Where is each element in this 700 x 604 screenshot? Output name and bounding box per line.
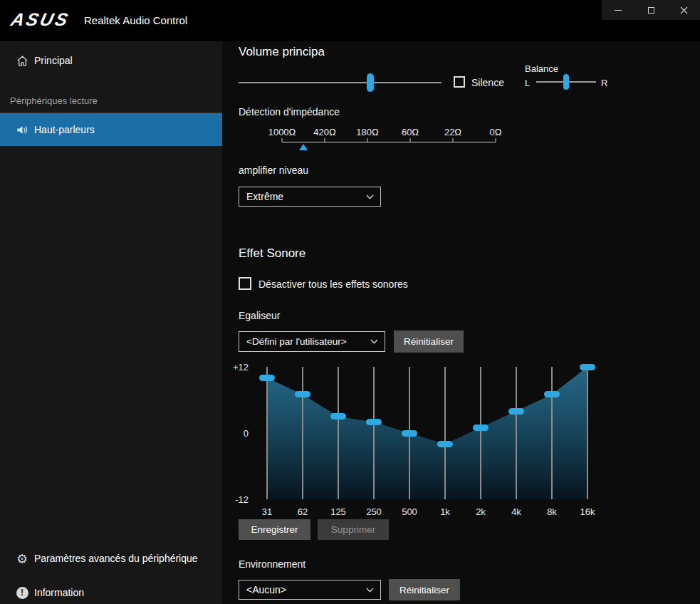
titlebar: ASUS Realtek Audio Control xyxy=(0,0,700,41)
impedance-scale-tick xyxy=(496,138,496,142)
sidebar-item-principal[interactable]: Principal xyxy=(0,46,222,76)
sidebar-item-information[interactable]: ! Information xyxy=(0,578,222,604)
eq-axis-label: 0 xyxy=(223,428,249,439)
volume-section-title: Volume principa xyxy=(239,45,325,59)
eq-slider-500[interactable] xyxy=(402,430,417,437)
eq-track-250[interactable] xyxy=(373,367,375,499)
equalizer-preset-value: <Défini par l'utilisateur> xyxy=(246,336,347,347)
eq-slider-125[interactable] xyxy=(330,413,346,420)
silence-checkbox[interactable] xyxy=(454,76,465,88)
save-button[interactable]: Enregistrer xyxy=(239,519,310,540)
amplifier-label: amplifier niveau xyxy=(239,165,308,176)
volume-slider-thumb[interactable] xyxy=(367,73,374,92)
info-icon-glyph: ! xyxy=(16,587,28,599)
close-icon xyxy=(680,6,688,14)
minimize-icon xyxy=(615,10,622,11)
asus-logo: ASUS xyxy=(9,9,72,30)
impedance-scale-label: 420Ω xyxy=(313,127,335,137)
eq-slider-31[interactable] xyxy=(259,375,275,381)
chevron-down-icon xyxy=(370,339,378,344)
eq-freq-label: 4k xyxy=(511,506,521,517)
disable-effects-checkbox[interactable] xyxy=(239,277,251,290)
eq-track-31[interactable] xyxy=(266,367,268,499)
sidebar-item-label: Principal xyxy=(34,55,73,66)
eq-freq-label: 1k xyxy=(440,506,450,517)
eq-track-62[interactable] xyxy=(302,367,303,499)
volume-slider-track[interactable] xyxy=(239,82,442,83)
main-content: Volume principa Silence Balance L R Déte… xyxy=(222,41,700,604)
sidebar-section-label: Périphériques lecture xyxy=(10,95,98,106)
eq-freq-label: 125 xyxy=(330,506,346,517)
environment-reset-button[interactable]: Réinitialiser xyxy=(389,579,460,600)
equalizer-label: Egaliseur xyxy=(239,310,280,321)
eq-freq-label: 2k xyxy=(476,506,486,517)
eq-slider-8k[interactable] xyxy=(544,391,560,397)
impedance-scale-label: 1000Ω xyxy=(268,127,296,137)
eq-freq-label: 8k xyxy=(547,506,557,517)
minimize-button[interactable] xyxy=(602,0,634,20)
close-button[interactable] xyxy=(667,0,700,20)
impedance-baseline xyxy=(282,142,496,142)
environment-dropdown[interactable]: <Aucun> xyxy=(239,580,381,600)
speaker-icon xyxy=(15,123,29,137)
environment-label: Environnement xyxy=(239,558,305,570)
eq-slider-62[interactable] xyxy=(295,391,310,397)
sidebar: Principal Périphériques lecture Haut-par… xyxy=(0,41,222,604)
gear-icon: ⚙ xyxy=(15,551,29,566)
eq-freq-label: 62 xyxy=(298,506,308,517)
eq-freq-label: 31 xyxy=(262,506,272,517)
eq-freq-label: 500 xyxy=(402,506,417,517)
eq-track-125[interactable] xyxy=(338,367,339,499)
balance-slider-thumb[interactable] xyxy=(563,74,569,90)
effects-section-title: Effet Sonore xyxy=(239,246,305,261)
equalizer-chart: 31621252505001k2k4k8k16k+120-12 xyxy=(253,367,587,499)
equalizer-preset-dropdown[interactable]: <Défini par l'utilisateur> xyxy=(239,331,385,352)
eq-freq-label: 250 xyxy=(366,506,382,517)
balance-right-label: R xyxy=(601,78,607,88)
eq-axis-label: +12 xyxy=(223,362,249,373)
impedance-title: Détection d'impédance xyxy=(239,106,340,118)
sidebar-item-haut-parleurs[interactable]: Haut-parleurs xyxy=(0,113,222,146)
eq-track-2k[interactable] xyxy=(480,367,481,499)
eq-freq-label: 16k xyxy=(580,506,595,517)
impedance-marker xyxy=(299,144,308,150)
delete-button[interactable]: Supprimer xyxy=(318,519,389,540)
home-icon xyxy=(15,53,29,68)
eq-slider-1k[interactable] xyxy=(437,441,453,447)
balance-left-label: L xyxy=(525,78,530,88)
window-controls xyxy=(602,0,700,20)
balance-label: Balance xyxy=(525,63,558,74)
volume-slider[interactable] xyxy=(239,73,442,93)
eq-slider-16k[interactable] xyxy=(580,364,595,370)
impedance-scale-tick xyxy=(453,138,454,142)
eq-track-1k[interactable] xyxy=(444,367,446,499)
equalizer-reset-button[interactable]: Réinitialiser xyxy=(394,330,464,353)
amplifier-dropdown-value: Extrême xyxy=(246,191,283,202)
impedance-scale-tick xyxy=(410,138,411,142)
sidebar-item-label: Haut-parleurs xyxy=(34,124,95,135)
impedance-scale-tick xyxy=(325,138,325,142)
impedance-scale-label: 60Ω xyxy=(402,127,419,137)
amplifier-dropdown[interactable]: Extrême xyxy=(239,187,381,207)
sidebar-item-label: Information xyxy=(34,587,84,598)
impedance-scale-label: 22Ω xyxy=(444,127,461,137)
eq-track-16k[interactable] xyxy=(587,367,588,499)
info-icon: ! xyxy=(15,585,29,600)
eq-slider-2k[interactable] xyxy=(473,425,489,431)
environment-dropdown-value: <Aucun> xyxy=(246,584,286,595)
eq-slider-250[interactable] xyxy=(366,419,382,425)
impedance-scale: 1000Ω420Ω180Ω60Ω22Ω0Ω xyxy=(282,127,496,155)
maximize-button[interactable] xyxy=(634,0,667,20)
disable-effects-label: Désactiver tous les effets sonores xyxy=(258,278,408,290)
eq-slider-4k[interactable] xyxy=(508,408,524,415)
sidebar-item-advanced-settings[interactable]: ⚙ Paramètres avancés du périphérique xyxy=(0,543,222,573)
impedance-scale-tick xyxy=(282,138,283,142)
eq-track-8k[interactable] xyxy=(551,367,553,499)
chevron-down-icon xyxy=(366,194,374,199)
app-title: Realtek Audio Control xyxy=(84,14,187,26)
balance-slider[interactable] xyxy=(536,74,596,90)
eq-axis-label: -12 xyxy=(223,494,249,505)
sidebar-item-label: Paramètres avancés du périphérique xyxy=(34,553,198,564)
chevron-down-icon xyxy=(366,588,374,593)
eq-track-4k[interactable] xyxy=(516,367,517,499)
